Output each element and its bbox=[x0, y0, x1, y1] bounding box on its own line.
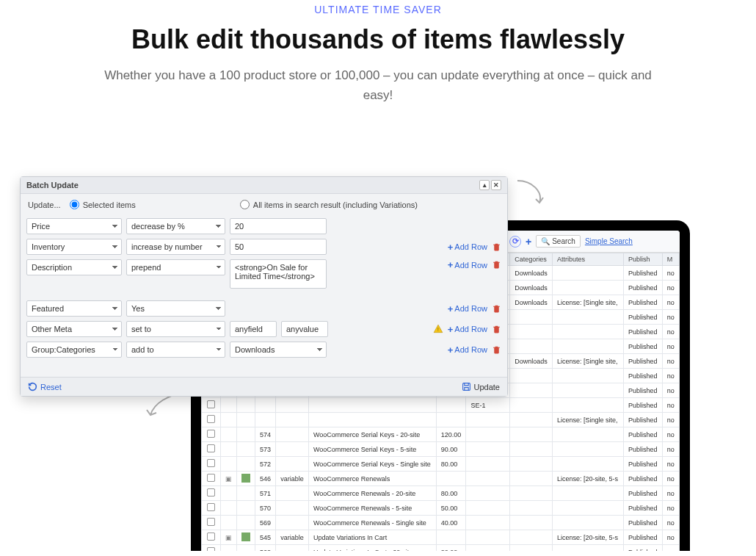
cell-name[interactable]: WooCommerce Serial Keys - 5-site bbox=[308, 442, 436, 457]
cell-price[interactable] bbox=[436, 398, 466, 413]
cell-pub[interactable]: Published bbox=[624, 516, 663, 530]
cell-m[interactable]: no bbox=[662, 427, 679, 442]
cell-cat[interactable] bbox=[510, 545, 553, 552]
search-button[interactable]: 🔍Search bbox=[536, 235, 581, 248]
cell-attr[interactable] bbox=[553, 281, 624, 295]
row-checkbox[interactable] bbox=[207, 474, 215, 482]
cell-price[interactable]: 80.00 bbox=[436, 545, 466, 552]
cell-id[interactable]: 570 bbox=[255, 501, 276, 516]
cell-type[interactable] bbox=[276, 413, 309, 427]
cell-pub[interactable]: Published bbox=[624, 545, 663, 552]
add-icon[interactable]: + bbox=[526, 236, 531, 248]
cell-price[interactable]: 40.00 bbox=[436, 516, 466, 530]
cell-attr[interactable]: License: [Single site, bbox=[553, 413, 624, 427]
cell-m[interactable]: no bbox=[662, 413, 679, 427]
table-row[interactable]: 569WooCommerce Renewals - Single site40.… bbox=[202, 516, 680, 530]
cell-m[interactable]: no bbox=[662, 266, 679, 281]
cell-pub[interactable]: Published bbox=[624, 472, 663, 486]
cell-attr[interactable] bbox=[553, 516, 624, 530]
add-row-button[interactable]: +Add Row bbox=[448, 303, 487, 314]
cell-m[interactable]: no bbox=[662, 383, 679, 398]
cell-cat[interactable] bbox=[510, 501, 553, 516]
expand-icon[interactable]: ▣ bbox=[225, 534, 232, 541]
cell-m[interactable]: no bbox=[662, 501, 679, 516]
radio-all-items[interactable]: All items in search result (including Va… bbox=[240, 200, 418, 209]
value-select[interactable]: Downloads bbox=[230, 342, 327, 358]
cell-pub[interactable]: Published bbox=[624, 442, 663, 457]
cell-sku[interactable] bbox=[466, 501, 510, 516]
delete-row-button[interactable] bbox=[492, 242, 501, 252]
row-checkbox[interactable] bbox=[207, 518, 215, 526]
cell-m[interactable]: no bbox=[662, 442, 679, 457]
field-select[interactable]: Featured bbox=[26, 300, 122, 317]
cell-sku[interactable] bbox=[466, 472, 510, 486]
cell-m[interactable]: no bbox=[662, 325, 679, 339]
row-checkbox[interactable] bbox=[207, 503, 215, 511]
cell-m[interactable]: no bbox=[662, 398, 679, 413]
cell-price[interactable]: 50.00 bbox=[436, 501, 466, 516]
cell-attr[interactable] bbox=[553, 369, 624, 383]
col-header[interactable]: M bbox=[662, 253, 679, 266]
cell-m[interactable]: no bbox=[662, 295, 679, 310]
table-row[interactable]: 573WooCommerce Serial Keys - 5-site90.00… bbox=[202, 442, 680, 457]
cell-type[interactable] bbox=[276, 486, 309, 501]
cell-pub[interactable]: Published bbox=[624, 457, 663, 472]
cell-type[interactable] bbox=[276, 545, 309, 552]
cell-m[interactable]: no bbox=[662, 457, 679, 472]
table-row[interactable]: 571WooCommerce Renewals - 20-site80.00Pu… bbox=[202, 486, 680, 501]
row-checkbox[interactable] bbox=[207, 459, 215, 467]
cell-attr[interactable] bbox=[553, 398, 624, 413]
field-select[interactable]: Price bbox=[26, 218, 122, 234]
cell-attr[interactable]: License: [Single site, bbox=[553, 354, 624, 369]
value-input[interactable] bbox=[230, 321, 277, 337]
cell-cat[interactable] bbox=[510, 472, 553, 486]
close-icon[interactable]: ✕ bbox=[491, 180, 501, 190]
cell-attr[interactable] bbox=[553, 442, 624, 457]
value2-input[interactable] bbox=[281, 321, 328, 337]
cell-attr[interactable] bbox=[553, 486, 624, 501]
table-row[interactable]: 568Update Variations In Cart - 20-site80… bbox=[202, 545, 680, 552]
cell-attr[interactable] bbox=[553, 339, 624, 354]
cell-attr[interactable]: License: [20-site, 5-s bbox=[553, 530, 624, 545]
cell-type[interactable]: variable bbox=[276, 472, 309, 486]
cell-m[interactable]: no bbox=[662, 486, 679, 501]
cell-id[interactable]: 572 bbox=[255, 457, 276, 472]
cell-attr[interactable]: License: [20-site, 5-s bbox=[553, 472, 624, 486]
cell-cat[interactable]: Downloads bbox=[510, 266, 553, 281]
action-select[interactable]: decrease by % bbox=[126, 218, 225, 234]
cell-cat[interactable]: Downloads bbox=[510, 281, 553, 295]
cell-id[interactable]: 574 bbox=[255, 427, 276, 442]
row-checkbox[interactable] bbox=[207, 415, 215, 423]
cell-m[interactable]: no bbox=[662, 516, 679, 530]
cell-cat[interactable] bbox=[510, 325, 553, 339]
cell-sku[interactable] bbox=[466, 427, 510, 442]
action-select[interactable]: prepend bbox=[126, 259, 225, 275]
cell-cat[interactable] bbox=[510, 339, 553, 354]
expand-icon[interactable]: ▣ bbox=[225, 475, 232, 483]
cell-id[interactable]: 571 bbox=[255, 486, 276, 501]
refresh-icon[interactable]: ⟳ bbox=[509, 236, 521, 248]
cell-attr[interactable] bbox=[553, 325, 624, 339]
cell-pub[interactable]: Published bbox=[624, 354, 663, 369]
action-select[interactable]: set to bbox=[126, 321, 225, 337]
add-row-button[interactable]: +Add Row bbox=[448, 242, 487, 253]
cell-m[interactable]: no bbox=[662, 369, 679, 383]
cell-attr[interactable] bbox=[553, 383, 624, 398]
cell-attr[interactable] bbox=[553, 545, 624, 552]
cell-cat[interactable] bbox=[510, 486, 553, 501]
cell-cat[interactable] bbox=[510, 383, 553, 398]
cell-cat[interactable] bbox=[510, 457, 553, 472]
cell-sku[interactable] bbox=[466, 545, 510, 552]
collapse-icon[interactable]: ▴ bbox=[479, 180, 490, 190]
cell-name[interactable]: WooCommerce Renewals - 5-site bbox=[308, 501, 436, 516]
cell-cat[interactable] bbox=[510, 427, 553, 442]
cell-cat[interactable] bbox=[510, 516, 553, 530]
cell-attr[interactable]: License: [Single site, bbox=[553, 295, 624, 310]
cell-name[interactable]: WooCommerce Renewals - Single site bbox=[308, 516, 436, 530]
cell-price[interactable]: 90.00 bbox=[436, 442, 466, 457]
cell-m[interactable]: no bbox=[662, 281, 679, 295]
cell-pub[interactable]: Published bbox=[624, 501, 663, 516]
cell-pub[interactable]: Published bbox=[624, 398, 663, 413]
cell-price[interactable]: 80.00 bbox=[436, 457, 466, 472]
cell-cat[interactable] bbox=[510, 530, 553, 545]
